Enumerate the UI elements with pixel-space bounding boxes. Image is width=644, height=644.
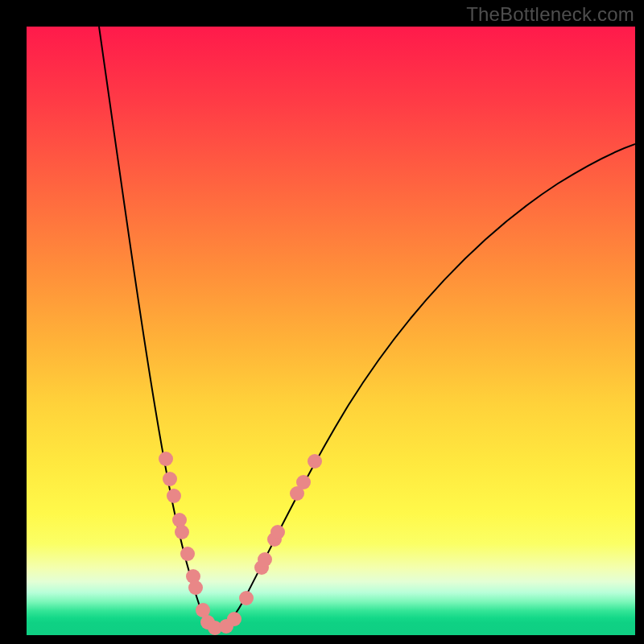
data-point (239, 591, 254, 605)
chart-frame: TheBottleneck.com (0, 0, 644, 644)
curve-left (99, 27, 215, 629)
data-point (296, 475, 311, 489)
data-point (308, 454, 322, 469)
data-point (163, 472, 177, 486)
data-point (270, 525, 285, 539)
data-point (167, 489, 181, 503)
data-point (180, 547, 195, 561)
data-point (188, 580, 203, 595)
chart-overlay (27, 27, 635, 635)
data-point (159, 452, 173, 466)
data-point (227, 612, 242, 626)
plot-area (27, 27, 635, 635)
curve-right (215, 144, 635, 629)
data-point (172, 513, 187, 527)
data-point (175, 525, 189, 539)
data-point (258, 552, 272, 567)
watermark-text: TheBottleneck.com (466, 3, 634, 26)
